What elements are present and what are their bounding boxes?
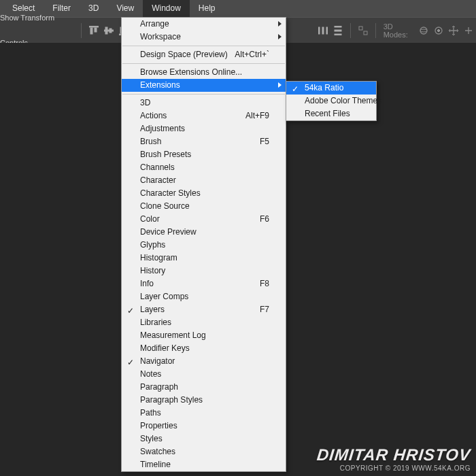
menu-window[interactable]: Window: [143, 0, 190, 17]
svg-point-26: [420, 27, 427, 34]
menuitem-modifier-keys[interactable]: Modifier Keys: [122, 342, 286, 355]
3d-roll-icon[interactable]: [432, 23, 445, 38]
label: Styles: [140, 434, 163, 443]
menuitem-histogram[interactable]: Histogram: [122, 252, 286, 265]
menuitem-3d[interactable]: 3D: [122, 97, 286, 109]
label: Measurement Log: [140, 330, 206, 340]
menuitem-paragraph[interactable]: Paragraph: [122, 381, 286, 394]
svg-rect-19: [322, 27, 324, 34]
label: Libraries: [140, 318, 171, 327]
label: Character Styles: [140, 188, 201, 198]
menuitem-styles[interactable]: Styles: [122, 432, 286, 445]
menuitem-properties[interactable]: Properties: [122, 420, 286, 432]
label: Layers: [140, 305, 165, 314]
menuitem-extensions[interactable]: Extensions: [122, 79, 286, 92]
distribute-v-icon[interactable]: [332, 23, 344, 38]
svg-rect-0: [89, 26, 99, 27]
menuitem-navigator[interactable]: ✓Navigator: [122, 355, 286, 368]
svg-point-29: [437, 29, 439, 31]
label: Glyphs: [140, 240, 165, 250]
menu-view[interactable]: View: [107, 0, 143, 17]
menuitem-character[interactable]: Character: [122, 174, 286, 187]
menuitem-notes[interactable]: Notes: [122, 368, 286, 381]
label: Extensions: [140, 80, 180, 90]
menuitem-character-styles[interactable]: Character Styles: [122, 187, 286, 200]
shortcut: Alt+Ctrl+`: [235, 48, 269, 61]
submenu-arrow-icon: [278, 21, 282, 27]
label: Brush: [140, 137, 161, 146]
menuitem-brush[interactable]: BrushF5: [122, 135, 286, 148]
menuitem-layers[interactable]: ✓LayersF7: [122, 303, 286, 316]
menuitem-brush-presets[interactable]: Brush Presets: [122, 148, 286, 161]
menuitem-workspace[interactable]: Workspace: [122, 31, 286, 44]
menuitem-paths[interactable]: Paths: [122, 407, 286, 420]
shortcut: F8: [260, 277, 269, 290]
menuitem-device-preview[interactable]: Device Preview: [122, 226, 286, 239]
menuitem-layer-comps[interactable]: Layer Comps: [122, 290, 286, 303]
shortcut: Alt+F9: [245, 109, 269, 122]
label: Recent Files: [305, 109, 350, 118]
3d-pan-icon[interactable]: [447, 23, 460, 38]
label: Channels: [140, 163, 175, 172]
extensions-submenu: ✓54ka RatioAdobe Color ThemesRecent File…: [286, 81, 377, 121]
distribute-h-icon[interactable]: [317, 23, 329, 38]
menuitem-adjustments[interactable]: Adjustments: [122, 122, 286, 135]
menuitem-libraries[interactable]: Libraries: [122, 316, 286, 329]
svg-rect-20: [326, 27, 328, 34]
submenu-arrow-icon: [278, 82, 282, 88]
menuitem-timeline[interactable]: Timeline: [122, 458, 286, 471]
label: 54ka Ratio: [305, 83, 343, 92]
3d-modes-label: 3D Modes:: [381, 22, 416, 39]
label: Device Preview: [140, 227, 197, 237]
menuitem-glyphs[interactable]: Glyphs: [122, 239, 286, 252]
menu-separator: [122, 94, 285, 95]
shortcut: F7: [260, 303, 269, 316]
label: Paragraph Styles: [140, 395, 203, 405]
separator: [375, 23, 376, 38]
menuitem-measurement-log[interactable]: Measurement Log: [122, 329, 286, 342]
label: Adjustments: [140, 124, 185, 133]
label: Histogram: [140, 253, 177, 262]
label: Brush Presets: [140, 150, 191, 159]
svg-rect-22: [335, 30, 341, 31]
align-top-icon[interactable]: [88, 23, 100, 38]
shortcut: F6: [260, 213, 269, 226]
menuitem-history[interactable]: History: [122, 265, 286, 277]
label: History: [140, 266, 165, 275]
menu-separator: [122, 46, 285, 46]
menuitem-clone-source[interactable]: Clone Source: [122, 200, 286, 213]
label: Actions: [140, 111, 167, 120]
label: 3D: [140, 98, 150, 107]
svg-rect-24: [359, 27, 362, 30]
menuitem-info[interactable]: InfoF8: [122, 277, 286, 290]
label: Adobe Color Themes: [305, 96, 381, 105]
label: Timeline: [140, 460, 171, 469]
label: Clone Source: [140, 201, 190, 211]
menu-3d[interactable]: 3D: [80, 0, 107, 17]
menuitem-actions[interactable]: ActionsAlt+F9: [122, 109, 286, 122]
svg-rect-23: [335, 34, 341, 35]
ext-item-recent-files[interactable]: Recent Files: [286, 107, 376, 120]
3d-slide-icon[interactable]: [462, 23, 475, 38]
menu-help[interactable]: Help: [190, 0, 224, 17]
ext-item-54ka-ratio[interactable]: ✓54ka Ratio: [286, 82, 376, 95]
svg-rect-2: [95, 28, 97, 32]
3d-orbit-icon[interactable]: [418, 23, 430, 38]
menuitem-channels[interactable]: Channels: [122, 161, 286, 174]
window-dropdown: Arrange Workspace Design Space (Preview)…: [121, 17, 286, 472]
label: Paths: [140, 408, 161, 418]
label: Navigator: [140, 356, 175, 366]
svg-rect-18: [318, 27, 320, 34]
shortcut: F5: [260, 135, 269, 148]
menuitem-swatches[interactable]: Swatches: [122, 445, 286, 458]
separator: [81, 23, 82, 38]
menuitem-paragraph-styles[interactable]: Paragraph Styles: [122, 394, 286, 407]
menuitem-arrange[interactable]: Arrange: [122, 18, 286, 31]
auto-align-icon[interactable]: [357, 23, 369, 38]
align-vcenter-icon[interactable]: [103, 23, 115, 38]
menuitem-color[interactable]: ColorF6: [122, 213, 286, 226]
ext-item-adobe-color-themes[interactable]: Adobe Color Themes: [286, 95, 376, 107]
menuitem-design-space[interactable]: Design Space (Preview) Alt+Ctrl+`: [122, 48, 286, 61]
svg-rect-25: [364, 31, 367, 35]
menuitem-browse-extensions[interactable]: Browse Extensions Online...: [122, 66, 286, 79]
